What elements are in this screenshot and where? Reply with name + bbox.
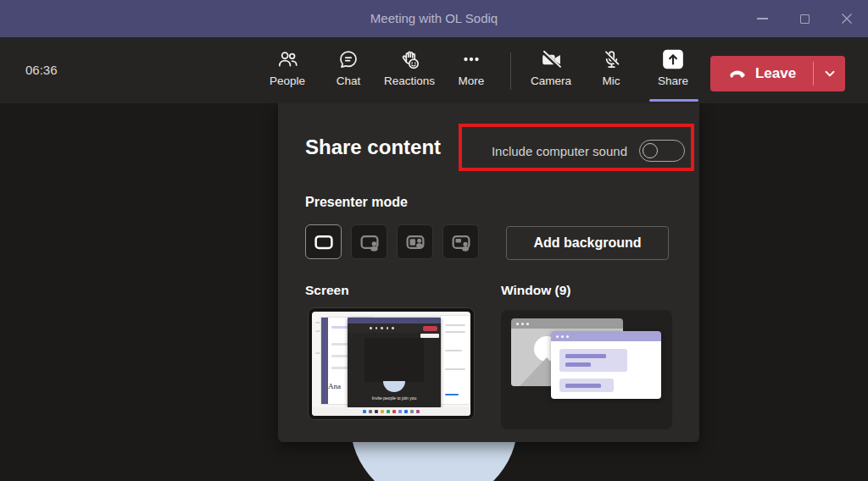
more-button[interactable]: More <box>441 47 502 98</box>
decoration <box>561 335 564 338</box>
chat-icon <box>337 47 359 71</box>
people-label: People <box>270 75 305 87</box>
include-sound-toggle[interactable] <box>639 140 685 162</box>
reactions-icon <box>398 47 421 71</box>
mini-title-bar <box>348 318 441 323</box>
decoration <box>376 327 378 329</box>
presenter-mode-row <box>305 224 479 259</box>
share-label: Share <box>658 75 688 87</box>
decoration <box>387 410 390 413</box>
mode-content-only-button[interactable] <box>305 224 342 259</box>
mini-taskbar <box>312 407 470 416</box>
mini-caption: Invite people to join you <box>348 395 441 401</box>
mode-standout-button[interactable] <box>351 224 387 259</box>
share-button[interactable]: Share <box>643 47 704 98</box>
panel-heading: Share content <box>305 135 441 159</box>
placeholder-window-front <box>551 331 661 399</box>
decoration <box>398 410 402 413</box>
mini-avatar <box>383 381 405 392</box>
decoration <box>404 410 408 413</box>
toolbar-divider <box>510 53 511 90</box>
decoration <box>381 410 384 413</box>
window-controls <box>741 0 868 37</box>
window-title: Meeting with OL Sodiq <box>0 0 868 37</box>
mic-label: Mic <box>603 75 620 87</box>
maximize-button[interactable] <box>783 0 826 37</box>
minimize-icon <box>757 18 768 19</box>
decoration <box>369 410 372 413</box>
leave-label: Leave <box>755 65 796 82</box>
placeholder-content-body <box>551 341 661 399</box>
side-by-side-icon <box>403 229 428 255</box>
chevron-down-icon <box>822 66 837 81</box>
leave-button[interactable]: Leave <box>710 56 813 91</box>
mini-leave-button <box>423 326 437 331</box>
decoration <box>392 410 396 413</box>
camera-button[interactable]: Camera <box>520 47 581 98</box>
decoration <box>370 327 372 329</box>
decoration <box>387 327 389 329</box>
mode-side-by-side-button[interactable] <box>397 224 433 259</box>
toggle-knob <box>643 143 658 158</box>
close-icon <box>841 13 853 25</box>
decoration <box>416 410 420 413</box>
title-bar: Meeting with OL Sodiq <box>0 0 868 37</box>
reactions-label: Reactions <box>384 75 435 87</box>
people-icon <box>276 47 299 71</box>
decoration <box>565 362 591 367</box>
more-icon <box>460 47 482 71</box>
decoration <box>565 354 606 358</box>
mic-off-icon <box>600 47 623 71</box>
decoration <box>381 327 383 329</box>
minimize-button[interactable] <box>741 0 783 37</box>
window-share-thumbnail[interactable] <box>501 310 672 429</box>
decoration <box>445 350 462 351</box>
teams-meeting-window: Meeting with OL Sodiq 06:36 <box>0 0 868 481</box>
reactions-button[interactable]: Reactions <box>379 47 440 98</box>
mini-app-sidebar <box>321 318 328 404</box>
mini-stage <box>364 338 424 382</box>
share-content-panel: Share content Include computer sound Pre… <box>278 103 699 442</box>
meeting-timer: 06:36 <box>25 37 58 103</box>
reporter-icon <box>448 229 474 255</box>
include-sound-row: Include computer sound <box>465 139 685 163</box>
include-sound-label: Include computer sound <box>492 144 627 158</box>
maximize-icon <box>800 14 810 24</box>
decoration <box>521 323 524 325</box>
meeting-toolbar: 06:36 People Chat <box>0 37 868 103</box>
share-active-indicator <box>649 99 698 102</box>
chat-label: Chat <box>337 75 361 87</box>
share-icon <box>661 47 685 71</box>
decoration <box>392 327 394 329</box>
content-only-icon <box>311 229 337 255</box>
close-button[interactable] <box>826 0 868 37</box>
add-background-button[interactable]: Add background <box>506 226 669 260</box>
camera-off-icon <box>539 47 564 71</box>
placeholder-card <box>559 379 614 392</box>
chat-button[interactable]: Chat <box>318 47 379 98</box>
mini-teams-window: Invite people to join you <box>348 318 441 408</box>
leave-options-button[interactable] <box>814 56 845 91</box>
window-section-label: Window (9) <box>501 283 571 298</box>
mini-desktop: Ana <box>312 312 470 416</box>
decoration <box>565 384 601 388</box>
decoration <box>526 323 529 325</box>
placeholder-titlebar <box>511 318 623 329</box>
decoration <box>410 410 414 413</box>
people-button[interactable]: People <box>257 47 318 98</box>
placeholder-titlebar <box>551 331 661 341</box>
decoration <box>363 410 366 413</box>
more-label: More <box>459 75 485 87</box>
decoration <box>445 394 459 395</box>
decoration <box>445 324 465 326</box>
screen-share-thumbnail[interactable]: Ana <box>308 307 475 420</box>
decoration <box>516 323 519 325</box>
standout-icon <box>357 229 382 255</box>
decoration <box>556 335 559 338</box>
mode-reporter-button[interactable] <box>442 224 479 259</box>
mic-button[interactable]: Mic <box>581 47 642 98</box>
mini-background-doc <box>440 315 470 405</box>
decoration <box>375 410 378 413</box>
presenter-mode-label: Presenter mode <box>305 195 408 210</box>
decoration <box>445 331 465 333</box>
